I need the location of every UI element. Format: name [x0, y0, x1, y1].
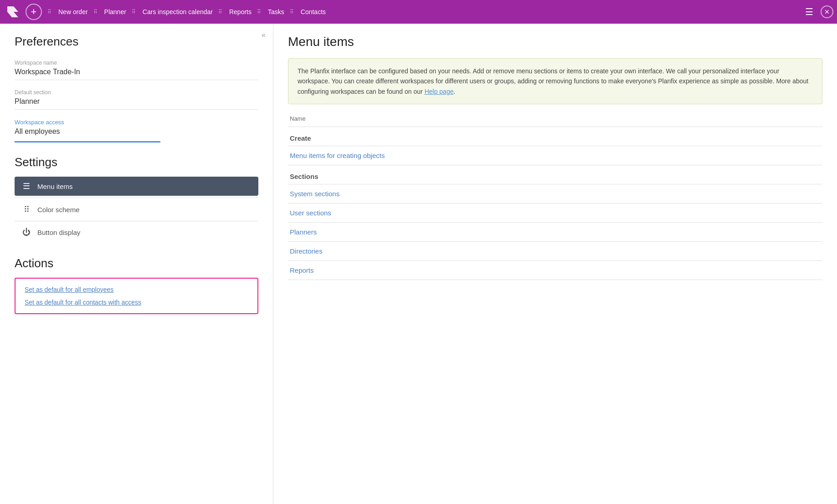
nav-item-planner[interactable]: Planner [100, 5, 131, 18]
help-page-link[interactable]: Help page [425, 88, 454, 95]
settings-divider [15, 198, 258, 198]
workspace-access-value: All employees [15, 127, 258, 139]
settings-item-menu-items[interactable]: ☰Menu items [15, 177, 258, 196]
hamburger-icon[interactable]: ☰ [801, 5, 817, 19]
workspace-name-value: Workspace Trade-In [15, 68, 258, 80]
nav-item-reports[interactable]: Reports [225, 5, 256, 18]
info-box: The Planfix interface can be configured … [288, 58, 822, 104]
section-item-planners[interactable]: Planners [288, 223, 822, 242]
settings-title: Settings [15, 155, 258, 169]
section-item-system-sections[interactable]: System sections [288, 184, 822, 204]
right-panel: Menu items The Planfix interface can be … [273, 24, 837, 504]
settings-icon-button-display: ⏻ [21, 228, 32, 237]
nav-dots-icon: ⠿ [257, 9, 262, 15]
settings-label-menu-items: Menu items [37, 183, 73, 190]
workspace-name-label: Workspace name [15, 60, 258, 66]
workspace-name-group: Workspace name Workspace Trade-In [15, 60, 258, 80]
sections-header: Sections [288, 165, 822, 184]
default-section-value: Planner [15, 97, 258, 110]
top-navigation: + ⠿New order⠿Planner⠿Cars inspection cal… [0, 0, 837, 24]
settings-label-button-display: Button display [37, 229, 80, 236]
settings-icon-color-scheme: ⠿ [21, 204, 32, 214]
default-section-label: Default section [15, 89, 258, 96]
blue-underline [15, 141, 160, 143]
create-items: Menu items for creating objects [288, 146, 822, 165]
left-panel: « Preferences Workspace name Workspace T… [0, 24, 273, 504]
nav-item-cars-inspection[interactable]: Cars inspection calendar [138, 5, 217, 18]
create-section-header: Create [288, 127, 822, 146]
add-button[interactable]: + [26, 4, 42, 20]
settings-item-button-display[interactable]: ⏻Button display [15, 223, 258, 242]
nav-item-new-order[interactable]: New order [54, 5, 92, 18]
action-link-set-default-employees[interactable]: Set as default for all employees [25, 286, 248, 293]
actions-title: Actions [15, 256, 258, 270]
action-link-set-default-contacts[interactable]: Set as default for all contacts with acc… [25, 299, 248, 306]
nav-dots-icon: ⠿ [132, 9, 136, 15]
action-links: Set as default for all employeesSet as d… [25, 286, 248, 306]
logo[interactable] [4, 3, 22, 21]
right-panel-title: Menu items [288, 35, 822, 49]
preferences-title: Preferences [15, 35, 258, 49]
section-item-directories[interactable]: Directories [288, 242, 822, 261]
collapse-button[interactable]: « [262, 31, 266, 39]
nav-right-controls: ☰ ✕ [801, 5, 833, 19]
info-suffix: . [453, 88, 455, 95]
default-section-group: Default section Planner [15, 89, 258, 110]
nav-dots-icon: ⠿ [218, 9, 223, 15]
info-text: The Planfix interface can be configured … [298, 67, 808, 95]
section-item-reports[interactable]: Reports [288, 261, 822, 280]
nav-dots-icon: ⠿ [290, 9, 294, 15]
nav-dots-icon: ⠿ [47, 9, 52, 15]
menu-item-create-objects[interactable]: Menu items for creating objects [288, 146, 822, 165]
actions-box: Set as default for all employeesSet as d… [15, 278, 258, 314]
settings-item-color-scheme[interactable]: ⠿Color scheme [15, 200, 258, 219]
section-item-user-sections[interactable]: User sections [288, 204, 822, 223]
settings-icon-menu-items: ☰ [21, 181, 32, 191]
nav-dots-icon: ⠿ [93, 9, 98, 15]
col-name-label: Name [288, 115, 822, 127]
settings-divider [15, 221, 258, 221]
main-container: « Preferences Workspace name Workspace T… [0, 24, 837, 504]
settings-label-color-scheme: Color scheme [37, 206, 80, 214]
nav-items: ⠿New order⠿Planner⠿Cars inspection calen… [47, 5, 330, 18]
workspace-access-group: Workspace access All employees [15, 119, 258, 143]
nav-item-contacts[interactable]: Contacts [296, 5, 330, 18]
workspace-access-label: Workspace access [15, 119, 258, 126]
nav-item-tasks[interactable]: Tasks [263, 5, 289, 18]
settings-items: ☰Menu items⠿Color scheme⏻Button display [15, 177, 258, 242]
close-button[interactable]: ✕ [821, 5, 833, 18]
section-items: System sectionsUser sectionsPlannersDire… [288, 184, 822, 280]
